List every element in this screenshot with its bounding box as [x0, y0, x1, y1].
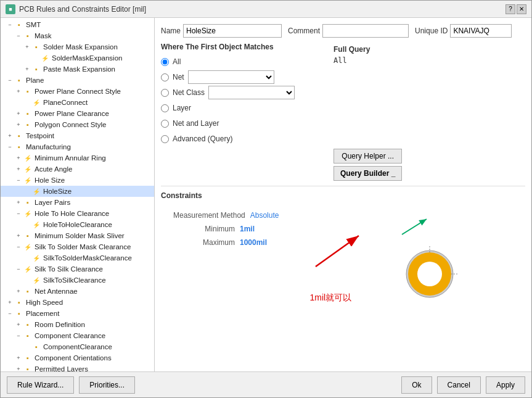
expand-net-antennae[interactable]: + — [14, 287, 23, 296]
tree-item-hole-hole[interactable]: − ⚡ Hole To Hole Clearance — [1, 208, 154, 219]
tree-item-plane[interactable]: − ▪ Plane — [1, 75, 154, 86]
icon-holesize-rule: ⚡ — [31, 186, 41, 196]
netclass-select[interactable] — [208, 86, 295, 99]
folder-icon-testpoint: ▪ — [14, 131, 24, 141]
annotation-text: 1mil就可以 — [309, 292, 351, 304]
radio-advanced[interactable] — [161, 135, 169, 143]
folder-icon-layer-pairs: ▪ — [23, 197, 33, 207]
tree-item-smt[interactable]: − ▪ SMT — [1, 19, 154, 30]
expand-high-speed[interactable]: + — [6, 298, 14, 307]
tree-item-manufacturing[interactable]: − ▪ Manufacturing — [1, 141, 154, 152]
tree-item-comp-clear[interactable]: − ▪ Component Clearance — [1, 330, 154, 341]
expand-hole-size[interactable]: − — [14, 176, 23, 184]
tree-label-ppclear: Power Plane Clearance — [35, 110, 109, 117]
tree-item-paste-mask[interactable]: + ▪ Paste Mask Expansion — [1, 64, 154, 75]
tree-item-planeconnect[interactable]: ⚡ PlaneConnect — [1, 97, 154, 108]
expand-acute-angle[interactable]: + — [14, 165, 23, 173]
expand-testpoint[interactable]: + — [6, 131, 14, 140]
close-button[interactable]: ✕ — [517, 4, 526, 14]
tree-item-room-def[interactable]: + ▪ Room Definition — [1, 319, 154, 330]
folder-icon-compclear: ▪ — [31, 342, 41, 352]
comment-input[interactable] — [322, 24, 409, 38]
expand-pastemask[interactable]: + — [23, 65, 31, 73]
tree-item-soldermask-rule[interactable]: ⚡ SolderMaskExpansion — [1, 52, 154, 64]
expand-comp-orient[interactable]: + — [14, 354, 23, 362]
tree-item-solder-mask-exp[interactable]: + ▪ Solder Mask Expansion — [1, 41, 154, 52]
tree-item-holesize-rule[interactable]: ⚡ HoleSize — [1, 186, 154, 197]
tree-item-min-solder[interactable]: + ▪ Minimum Solder Mask Sliver — [1, 230, 154, 241]
meas-max-label: Maximum — [173, 238, 235, 247]
expand-ppcs[interactable]: + — [14, 87, 23, 96]
name-input[interactable] — [183, 24, 282, 38]
expand-soldermask[interactable]: + — [23, 43, 31, 51]
tree-item-layer-pairs[interactable]: + ▪ Layer Pairs — [1, 197, 154, 208]
expand-silk-silk[interactable]: − — [14, 265, 23, 273]
tree-label-permitted-layers: Permitted Layers — [35, 365, 88, 371]
where-section: Where The First Object Matches All Net — [161, 43, 321, 181]
expand-room-def[interactable]: + — [14, 320, 23, 329]
tree-item-silktosilkrule[interactable]: ⚡ SilkToSilkClearance — [1, 275, 154, 286]
tree-item-holetoholeclear[interactable]: ⚡ HoleToHoleClearance — [1, 219, 154, 230]
expand-hole-hole[interactable]: − — [14, 209, 23, 218]
tree-item-high-speed[interactable]: + ▪ High Speed — [1, 297, 154, 308]
tree-label-comp-clear: Component Clearance — [35, 332, 105, 339]
priorities-button[interactable]: Priorities... — [79, 376, 135, 394]
tree-item-min-annular[interactable]: + ⚡ Minimum Annular Ring — [1, 152, 154, 164]
expand-placement[interactable]: − — [6, 309, 14, 318]
tree-item-mask[interactable]: − ▪ Mask — [1, 30, 154, 41]
ok-button[interactable]: Ok — [401, 376, 432, 394]
apply-button[interactable]: Apply — [486, 376, 525, 394]
expand-min-annular[interactable]: + — [14, 154, 23, 162]
tree-item-ppclear[interactable]: + ▪ Power Plane Clearance — [1, 108, 154, 119]
radio-netclass[interactable] — [161, 89, 169, 97]
expand-permitted-layers[interactable]: + — [14, 365, 23, 371]
tree-item-permitted-layers[interactable]: + ▪ Permitted Layers — [1, 363, 154, 371]
tree-label-net-antennae: Net Antennae — [35, 288, 78, 295]
main-area: − ▪ SMT − ▪ Mask + ▪ Solder Mask Expansi… — [1, 18, 531, 371]
tree-item-silk-silk[interactable]: − ⚡ Silk To Silk Clearance — [1, 263, 154, 275]
query-builder-button[interactable]: Query Builder _ — [334, 166, 402, 181]
tree-item-acute-angle[interactable]: + ⚡ Acute Angle — [1, 164, 154, 175]
tree-item-net-antennae[interactable]: + ▪ Net Antennae — [1, 286, 154, 297]
radio-all[interactable] — [161, 58, 169, 66]
tree-label-ppcs: Power Plane Connect Style — [35, 88, 121, 95]
tree-item-silk-solder[interactable]: − ⚡ Silk To Solder Mask Clearance — [1, 241, 154, 252]
svg-point-7 — [417, 262, 442, 286]
expand-layer-pairs[interactable]: + — [14, 198, 23, 207]
tree-item-hole-size[interactable]: − ⚡ Hole Size — [1, 175, 154, 186]
tree-item-polyconn[interactable]: + ▪ Polygon Connect Style — [1, 119, 154, 130]
expand-polyconn[interactable]: + — [14, 120, 23, 129]
radio-netandlayer[interactable] — [161, 120, 169, 128]
folder-icon-polyconn: ▪ — [23, 120, 33, 130]
tree-item-compclear[interactable]: ▪ ComponentClearance — [1, 341, 154, 352]
tree-item-ppcs[interactable]: + ▪ Power Plane Connect Style — [1, 86, 154, 97]
expand-mask[interactable]: − — [14, 31, 23, 40]
tree-item-silktosolderrule[interactable]: ⚡ SilkToSolderMaskClearance — [1, 252, 154, 263]
radio-label-net: Net — [173, 73, 184, 81]
expand-manufacturing[interactable]: − — [6, 143, 14, 151]
expand-min-solder[interactable]: + — [14, 231, 23, 240]
expand-ppclear[interactable]: + — [14, 109, 23, 118]
expand-comp-clear[interactable]: − — [14, 331, 23, 340]
radio-layer[interactable] — [161, 104, 169, 112]
uid-input[interactable] — [450, 24, 512, 38]
expand-silk-solder[interactable]: − — [14, 243, 23, 251]
expand-soldermask-rule — [31, 54, 40, 62]
tree-label-mask: Mask — [35, 32, 51, 39]
net-select[interactable] — [188, 70, 274, 84]
tree-item-comp-orient[interactable]: + ▪ Component Orientations — [1, 352, 154, 363]
expand-plane[interactable]: − — [6, 76, 14, 85]
meas-min-row: Minimum 1mil — [173, 225, 279, 233]
tree-item-testpoint[interactable]: + ▪ Testpoint — [1, 130, 154, 141]
meas-min-value: 1mil — [240, 225, 255, 233]
green-arrow-container — [399, 216, 430, 243]
expand-smt[interactable]: − — [6, 20, 14, 29]
query-helper-button[interactable]: Query Helper ... — [334, 149, 402, 164]
help-button[interactable]: ? — [505, 4, 515, 14]
rule-wizard-button[interactable]: Rule Wizard... — [7, 376, 74, 394]
bottom-right: Ok Cancel Apply — [401, 376, 525, 394]
tree-item-placement[interactable]: − ▪ Placement — [1, 308, 154, 319]
radio-net[interactable] — [161, 73, 169, 81]
cancel-button[interactable]: Cancel — [437, 376, 481, 394]
radio-label-advanced: Advanced (Query) — [173, 135, 232, 143]
